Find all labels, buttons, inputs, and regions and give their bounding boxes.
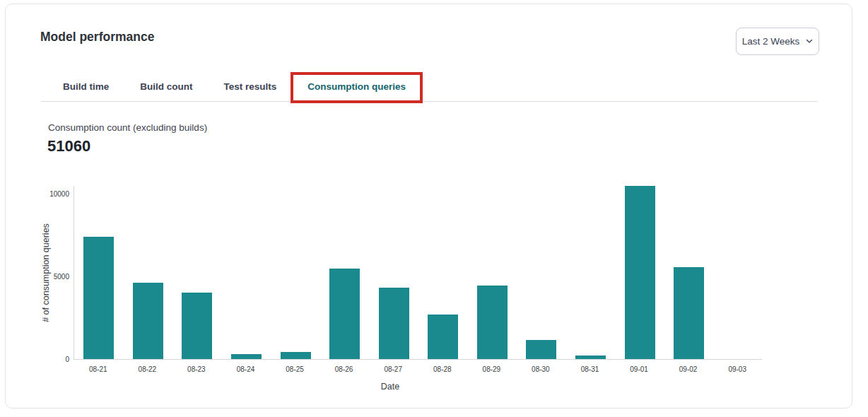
- bar-08-27: [379, 288, 409, 359]
- bar-08-28: [428, 315, 458, 359]
- model-performance-card: Model performance Last 2 Weeks Build tim…: [5, 4, 852, 409]
- x-tick-label: 08-29: [483, 365, 501, 373]
- time-range-dropdown[interactable]: Last 2 Weeks: [736, 28, 819, 55]
- consumption-queries-chart: # of consumption queries Date 08-2108-22…: [6, 183, 852, 402]
- time-range-value: Last 2 Weeks: [742, 36, 800, 47]
- bar-09-01: [625, 186, 655, 359]
- tab-test-results[interactable]: Test results: [209, 74, 293, 102]
- x-tick-label: 08-23: [187, 365, 206, 373]
- x-tick-label: 08-30: [532, 365, 550, 373]
- page-title: Model performance: [40, 30, 154, 45]
- metric-value: 51060: [47, 137, 90, 155]
- x-tick-label: 08-26: [335, 365, 353, 373]
- metric-label: Consumption count (excluding builds): [48, 122, 207, 133]
- x-tick-label: 08-24: [237, 365, 255, 373]
- y-tick-label: 5000: [6, 273, 69, 281]
- bar-08-29: [477, 286, 508, 359]
- bar-08-22: [133, 283, 163, 359]
- bar-08-25: [281, 352, 311, 359]
- x-tick-label: 09-01: [630, 365, 648, 373]
- tab-consumption-queries-highlighted[interactable]: Consumption queries: [292, 74, 421, 102]
- tab-build-time[interactable]: Build time: [47, 74, 124, 102]
- chevron-down-icon: [806, 39, 813, 44]
- bar-08-26: [329, 269, 360, 359]
- x-tick-label: 08-27: [384, 365, 402, 373]
- bar-08-21: [83, 237, 114, 359]
- tab-build-count[interactable]: Build count: [124, 74, 208, 102]
- plot-area: [74, 186, 762, 360]
- y-tick-label: 10000: [6, 190, 69, 198]
- x-tick-label: 09-02: [679, 365, 698, 373]
- bar-09-02: [674, 267, 704, 359]
- bar-08-30: [526, 340, 556, 359]
- tab-bar: Build timeBuild countTest resultsConsump…: [47, 74, 421, 102]
- x-tick-label: 08-22: [139, 365, 157, 373]
- bar-08-24: [231, 354, 262, 359]
- x-tick-label: 08-25: [286, 365, 304, 373]
- bar-08-23: [182, 293, 212, 359]
- x-tick-label: 08-28: [433, 365, 452, 373]
- x-tick-label: 08-31: [581, 365, 599, 373]
- x-axis-title: Date: [381, 382, 399, 392]
- x-tick-label: 08-21: [89, 365, 107, 373]
- y-tick-label: 0: [6, 356, 69, 363]
- bar-08-31: [575, 356, 606, 359]
- x-tick-label: 09-03: [728, 365, 746, 373]
